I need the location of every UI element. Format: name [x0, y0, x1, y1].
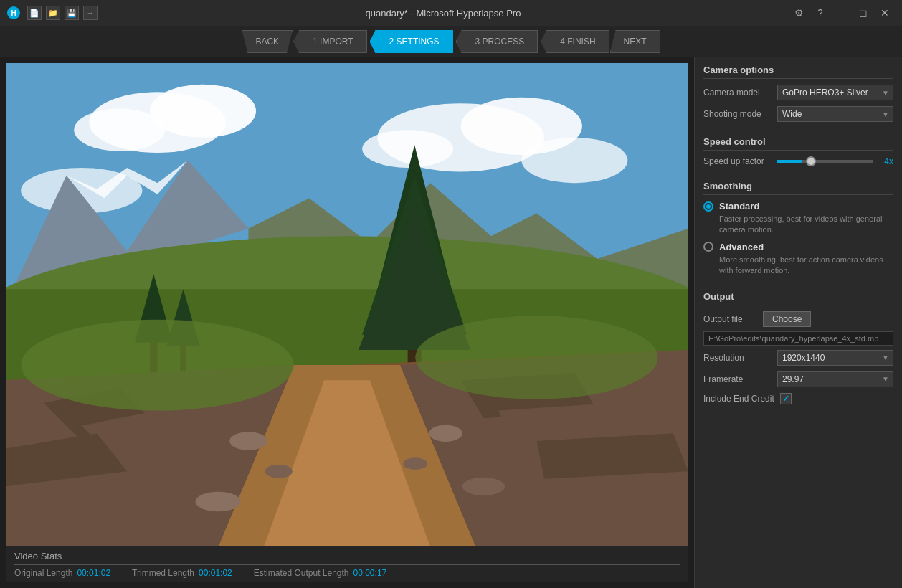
toolbar: 📄 📁 💾 → — [27, 6, 98, 20]
smoothing-title: Smoothing — [703, 181, 752, 191]
smoothing-advanced-label: Advanced — [719, 242, 764, 252]
smoothing-standard-option: Standard Faster processing, best for vid… — [703, 201, 893, 236]
smoothing-standard-desc: Faster processing, best for videos with … — [703, 214, 893, 236]
speed-factor-slider[interactable] — [777, 160, 873, 163]
step-process[interactable]: 3 PROCESS — [456, 30, 538, 53]
settings-icon[interactable]: ⚙ — [789, 3, 809, 23]
output-header: Output — [703, 291, 893, 305]
stats-title: Video Stats — [14, 551, 680, 565]
speed-control-header: Speed control — [703, 136, 893, 151]
close-button[interactable]: ✕ — [875, 3, 895, 23]
app-icon: H — [7, 6, 20, 19]
resolution-select[interactable]: 1920x1440 1280x960 960x720 640x480 — [777, 350, 893, 366]
stat-original-value: 00:01:02 — [77, 568, 110, 578]
navigation-bar: BACK 1 IMPORT 2 SETTINGS 3 PROCESS 4 FIN… — [0, 26, 902, 57]
speed-factor-label: Speed up factor — [703, 156, 772, 166]
camera-options-title: Camera options — [703, 65, 774, 75]
svg-point-7 — [521, 138, 627, 183]
end-credit-label: Include End Credit — [703, 394, 774, 404]
minimize-button[interactable]: — — [832, 3, 852, 23]
svg-marker-32 — [536, 433, 688, 478]
shooting-mode-label: Shooting mode — [703, 109, 772, 119]
step-finish[interactable]: 4 FINISH — [541, 30, 609, 53]
smoothing-section: Smoothing Standard Faster processing, be… — [703, 181, 893, 283]
smoothing-advanced-radio[interactable] — [703, 242, 713, 252]
save-button[interactable]: 💾 — [65, 6, 79, 20]
stat-trimmed-length: Trimmed Length 00:01:02 — [132, 568, 232, 578]
output-file-row: Output file Choose — [703, 311, 893, 327]
camera-model-label: Camera model — [703, 87, 772, 98]
camera-options-section: Camera options Camera model GoPro HERO3+… — [703, 65, 893, 128]
step-settings[interactable]: 2 SETTINGS — [370, 30, 453, 53]
framerate-row: Framerate 29.97 23.98 24 25 30 60 ▼ — [703, 371, 893, 387]
framerate-select[interactable]: 29.97 23.98 24 25 30 60 — [777, 371, 893, 387]
resolution-row: Resolution 1920x1440 1280x960 960x720 64… — [703, 350, 893, 366]
svg-point-38 — [462, 478, 505, 495]
framerate-label: Framerate — [703, 374, 772, 384]
camera-model-row: Camera model GoPro HERO3+ Silver GoPro H… — [703, 85, 893, 100]
window-controls: ⚙ ? — ◻ ✕ — [789, 3, 895, 23]
stats-items: Original Length 00:01:02 Trimmed Length … — [14, 568, 680, 578]
svg-point-34 — [265, 465, 293, 478]
stat-estimated-label: Estimated Output Length — [254, 568, 349, 578]
svg-point-3 — [74, 109, 165, 151]
svg-point-36 — [403, 457, 427, 470]
resolution-wrapper: 1920x1440 1280x960 960x720 640x480 ▼ — [777, 350, 893, 366]
shooting-mode-select[interactable]: Wide Medium Narrow SuperView — [777, 106, 893, 122]
choose-button[interactable]: Choose — [763, 311, 811, 327]
smoothing-standard-row[interactable]: Standard — [703, 201, 893, 212]
camera-model-select[interactable]: GoPro HERO3+ Silver GoPro HERO4 GoPro HE… — [777, 85, 893, 100]
stat-original-label: Original Length — [14, 568, 72, 578]
stat-trimmed-label: Trimmed Length — [132, 568, 194, 578]
stat-trimmed-value: 00:01:02 — [199, 568, 232, 578]
video-preview — [6, 63, 688, 546]
framerate-wrapper: 29.97 23.98 24 25 30 60 ▼ — [777, 371, 893, 387]
speed-factor-row: Speed up factor 4x — [703, 156, 893, 166]
shooting-mode-wrapper: Wide Medium Narrow SuperView ▼ — [777, 106, 893, 122]
svg-point-35 — [429, 425, 462, 442]
back-button[interactable]: BACK — [242, 30, 293, 53]
output-title: Output — [703, 291, 734, 302]
radio-dot-standard — [706, 204, 711, 209]
smoothing-advanced-option: Advanced More smoothing, best for action… — [703, 242, 893, 277]
main-content: Video Stats Original Length 00:01:02 Tri… — [0, 57, 902, 588]
speed-control-title: Speed control — [703, 136, 766, 147]
stat-estimated-length: Estimated Output Length 00:00:17 — [254, 568, 386, 578]
step-import[interactable]: 1 IMPORT — [293, 30, 366, 53]
svg-point-6 — [362, 130, 453, 168]
smoothing-header: Smoothing — [703, 181, 893, 195]
svg-point-33 — [229, 432, 267, 450]
smoothing-advanced-desc: More smoothing, best for action camera v… — [703, 255, 893, 277]
speed-control-section: Speed control Speed up factor 4x — [703, 136, 893, 172]
svg-point-39 — [21, 320, 294, 411]
titlebar: H 📄 📁 💾 → quandary* - Microsoft Hyperlap… — [0, 0, 902, 26]
next-button[interactable]: NEXT — [610, 30, 660, 53]
stat-original-length: Original Length 00:01:02 — [14, 568, 110, 578]
window-title: quandary* - Microsoft Hyperlapse Pro — [105, 8, 782, 19]
landscape-image — [6, 63, 688, 546]
camera-options-header: Camera options — [703, 65, 893, 79]
speed-factor-value: 4x — [879, 156, 893, 166]
resolution-label: Resolution — [703, 353, 772, 363]
shooting-mode-row: Shooting mode Wide Medium Narrow SuperVi… — [703, 106, 893, 122]
right-panel: Camera options Camera model GoPro HERO3+… — [694, 57, 902, 588]
smoothing-advanced-row[interactable]: Advanced — [703, 242, 893, 252]
help-icon[interactable]: ? — [810, 3, 830, 23]
export-button[interactable]: → — [83, 6, 98, 20]
open-button[interactable]: 📁 — [46, 6, 60, 20]
smoothing-standard-label: Standard — [719, 201, 759, 212]
output-file-label: Output file — [703, 314, 757, 324]
end-credit-checkbox[interactable]: ✓ — [780, 393, 792, 404]
svg-point-2 — [150, 85, 256, 138]
stat-estimated-value: 00:00:17 — [353, 568, 387, 578]
new-button[interactable]: 📄 — [27, 6, 42, 20]
maximize-button[interactable]: ◻ — [853, 3, 873, 23]
svg-point-37 — [195, 492, 240, 512]
camera-model-wrapper: GoPro HERO3+ Silver GoPro HERO4 GoPro HE… — [777, 85, 893, 100]
svg-point-40 — [415, 316, 657, 399]
checkmark-icon: ✓ — [782, 394, 789, 404]
smoothing-standard-radio[interactable] — [703, 201, 713, 212]
stats-bar: Video Stats Original Length 00:01:02 Tri… — [6, 546, 688, 582]
output-section: Output Output file Choose E:\GoPro\edits… — [703, 291, 893, 404]
output-path: E:\GoPro\edits\quandary_hyperlapse_4x_st… — [703, 331, 893, 346]
